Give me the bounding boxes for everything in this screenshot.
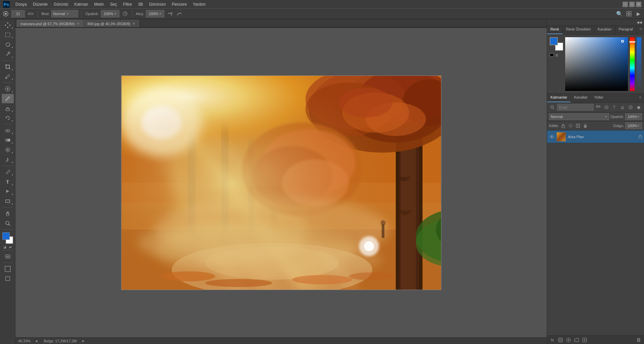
eyedropper-tool[interactable]: ▾ — [2, 72, 14, 81]
screen-mode-btn[interactable] — [2, 264, 14, 274]
canvas-viewport[interactable] — [15, 28, 547, 337]
layer-add-folder-btn[interactable] — [573, 337, 580, 343]
pen-tool[interactable]: ▾ — [2, 167, 14, 177]
menu-duzenle[interactable]: Düzenle — [30, 1, 50, 7]
zoom-tool[interactable] — [2, 219, 14, 228]
shape-tool[interactable]: ▾ — [2, 196, 14, 206]
layer-filter-adjustment-icon[interactable] — [603, 104, 610, 111]
mode-dropdown[interactable]: Normal ▼ — [51, 10, 78, 17]
tab-renk[interactable]: Renk — [547, 26, 563, 34]
svg-point-13 — [5, 77, 7, 79]
menu-sec[interactable]: Seç — [107, 1, 120, 7]
search-icon[interactable]: 🔍 — [616, 10, 623, 17]
lock-artboard-btn[interactable] — [575, 123, 581, 129]
layer-filter-type-icon[interactable]: T — [611, 104, 618, 111]
crop-tool[interactable]: ▾ — [2, 62, 14, 71]
move-tool[interactable]: ▾ — [2, 20, 14, 30]
opacity-value[interactable]: 100% ▼ — [101, 10, 119, 17]
healing-tool[interactable]: ▾ — [2, 84, 14, 94]
history-brush-tool[interactable]: ▾ — [2, 113, 14, 123]
blur-tool[interactable]: ▾ — [2, 145, 14, 155]
tab-869-close[interactable]: ✕ — [132, 22, 135, 25]
pressure-opacity-icon[interactable] — [121, 10, 129, 17]
layer-item[interactable]: Arka Plan — [547, 130, 644, 143]
tab-kanallar[interactable]: Kanallar — [571, 94, 591, 102]
type-tool[interactable]: T ▾ — [2, 177, 14, 186]
layer-visibility-toggle[interactable] — [549, 134, 554, 139]
layer-blend-dropdown[interactable]: Normal ▼ — [549, 113, 609, 120]
layers-collapse-icon[interactable]: ≡ — [637, 94, 644, 102]
brush-tool[interactable] — [2, 94, 14, 103]
swap-colors-icon[interactable]: ⇄ — [9, 245, 12, 249]
smoothing-icon[interactable] — [176, 10, 183, 17]
tab-manzara[interactable]: manzara.psd @ 67,7% (RGB/8#) ✕ — [17, 20, 83, 27]
screen-mode2-btn[interactable] — [2, 274, 14, 283]
layers-filter-input[interactable]: Çeşit — [557, 104, 594, 111]
lock-all-btn[interactable] — [582, 123, 588, 129]
tab-869[interactable]: 869.jpg @ 40,3% (RGB/8) ✕ — [84, 20, 139, 27]
lock-pixels-btn[interactable] — [560, 123, 566, 129]
fill-value[interactable]: 100% ▼ — [625, 122, 642, 129]
layer-filter-toggle[interactable]: ◉ — [635, 104, 642, 111]
mode-dropdown-arrow: ▼ — [66, 12, 69, 15]
layer-opacity-value[interactable]: 100% ▼ — [625, 113, 642, 120]
default-colors-icon[interactable]: ◪ — [3, 245, 6, 249]
brush-size-display[interactable]: 21 — [11, 10, 25, 17]
foreground-color-swatch[interactable] — [2, 232, 10, 240]
color-hue-bar[interactable] — [630, 37, 635, 91]
layer-fx-btn[interactable]: fx — [549, 337, 556, 343]
dodge-tool[interactable]: ▾ — [2, 155, 14, 164]
fg-color-swatch[interactable] — [550, 37, 558, 45]
minimize-button[interactable]: ─ — [623, 2, 628, 7]
color-panel-collapse-icon[interactable]: ≡ — [638, 26, 644, 34]
status-expand-arrow[interactable]: ▶ — [82, 339, 85, 343]
airbrush-icon[interactable] — [166, 10, 174, 17]
magic-wand-tool[interactable]: ▾ — [2, 50, 14, 59]
color-gradient-picker[interactable] — [565, 37, 628, 91]
gradient-tool[interactable]: ▾ — [2, 135, 14, 145]
stamp-tool[interactable]: ▾ — [2, 104, 14, 113]
layer-delete-btn[interactable] — [635, 337, 642, 343]
quick-mask-btn[interactable] — [2, 252, 14, 261]
brush-preset-icon[interactable] — [2, 10, 9, 17]
workspace-icon[interactable] — [625, 10, 633, 17]
tab-paragraf[interactable]: Paragraf — [615, 26, 637, 34]
menu-katman[interactable]: Katman — [71, 1, 91, 7]
close-button[interactable]: ✕ — [636, 2, 641, 7]
tab-katmanlar[interactable]: Katmanlar — [547, 94, 571, 102]
menu-3b[interactable]: 3B — [135, 1, 146, 7]
lasso-tool[interactable]: ▾ — [2, 40, 14, 49]
tab-yollar[interactable]: Yollar — [591, 94, 607, 102]
menu-filtre[interactable]: Filtre — [120, 1, 135, 7]
tab-karakter[interactable]: Karakter — [594, 26, 615, 34]
layer-filter-kind-icon[interactable] — [595, 104, 602, 111]
layer-filter-shape-icon[interactable] — [619, 104, 626, 111]
menu-yardim[interactable]: Yardım — [190, 1, 208, 7]
color-alpha-bar[interactable] — [637, 37, 641, 91]
layer-add-new-btn[interactable] — [581, 337, 588, 343]
menu-pencere[interactable]: Pencere — [169, 1, 190, 7]
layer-add-adjustment-btn[interactable] — [565, 337, 572, 343]
tab-renk-ornekleri[interactable]: Renk Örnekleri — [563, 26, 594, 34]
menu-dosya[interactable]: Dosya — [13, 1, 30, 7]
color-swatches[interactable] — [2, 232, 14, 244]
panel-collapse-icon[interactable]: ◀◀ — [637, 20, 642, 24]
tab-manzara-close[interactable]: ✕ — [77, 22, 79, 25]
maximize-button[interactable]: □ — [629, 2, 635, 7]
brush-toggle-icon[interactable] — [27, 10, 34, 17]
settings-icon[interactable]: ▶ — [635, 10, 642, 17]
layer-add-mask-btn[interactable] — [557, 337, 564, 343]
menu-goruntum[interactable]: Görünüm — [146, 1, 168, 7]
path-select-tool[interactable]: ▾ — [2, 187, 14, 196]
menu-goruntu[interactable]: Görüntü — [51, 1, 71, 7]
swap-colors-btn[interactable]: ⇄ — [554, 53, 558, 57]
layer-filter-smart-icon[interactable] — [627, 104, 634, 111]
lock-position-btn[interactable] — [568, 123, 574, 129]
eraser-tool[interactable]: ▾ — [2, 126, 14, 135]
default-bw-icon[interactable] — [550, 53, 554, 57]
flow-value[interactable]: 100% ▼ — [146, 10, 164, 17]
marquee-tool[interactable]: ▾ — [2, 30, 14, 40]
status-arrow[interactable]: ▶ — [36, 339, 38, 343]
menu-metin[interactable]: Metin — [92, 1, 107, 7]
hand-tool[interactable] — [2, 209, 14, 218]
